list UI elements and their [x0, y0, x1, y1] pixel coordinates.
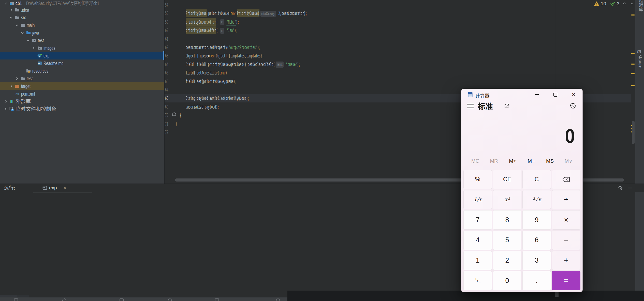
typo-count[interactable]: 3 — [617, 1, 620, 7]
chevron-right-icon[interactable] — [32, 46, 35, 50]
code-line-71[interactable]: } — [175, 119, 179, 128]
warning-stripe-mark[interactable] — [631, 64, 635, 65]
memory-button-MS[interactable]: MS — [540, 157, 559, 165]
tree-item-.idea[interactable]: .idea — [0, 6, 164, 14]
zero-button[interactable]: 0 — [493, 271, 521, 290]
chevron-right-icon[interactable] — [9, 84, 13, 88]
tree-item-root[interactable]: cb1 D:\WebSecurity\CTF\JAVA\反序列化学习\cb1 — [0, 0, 164, 7]
hide-panel-icon[interactable] — [628, 188, 632, 188]
multiply-button[interactable]: × — [552, 210, 580, 230]
warning-stripe-mark[interactable] — [631, 85, 635, 86]
sidebar-item-database[interactable]: 数据库 — [637, 0, 644, 12]
line-number[interactable]: 57 — [165, 1, 171, 9]
history-icon[interactable] — [569, 102, 576, 109]
code-line-60[interactable]: priorityQueue.offer( e: "1ea"); — [186, 26, 286, 35]
two-button[interactable]: 2 — [493, 251, 521, 270]
menu-icon[interactable] — [467, 103, 474, 108]
line-number[interactable]: 69 — [165, 102, 171, 111]
warning-stripe-mark[interactable] — [631, 14, 635, 16]
tree-item-test[interactable]: test — [0, 37, 164, 44]
line-number[interactable]: 60 — [165, 26, 171, 35]
taskbar-icon[interactable] — [14, 298, 18, 301]
negate-button[interactable]: +/− — [463, 271, 492, 290]
tree-item-java[interactable]: java — [0, 29, 164, 37]
line-number[interactable]: 71 — [165, 119, 171, 128]
tree-item-exp[interactable]: Cexp — [0, 52, 164, 59]
chevron-down-icon[interactable] — [4, 2, 7, 5]
warning-stripe-mark[interactable] — [631, 53, 635, 54]
taskbar-icon[interactable] — [215, 298, 219, 301]
chevron-down-icon[interactable] — [21, 31, 24, 35]
tree-item-src[interactable]: src — [0, 14, 164, 21]
tree-item-resources[interactable]: resources — [0, 67, 164, 75]
line-number[interactable]: 68 — [165, 94, 171, 102]
scrollbar-thumb[interactable] — [555, 292, 559, 297]
eight-button[interactable]: 8 — [493, 210, 521, 230]
prev-problem-icon[interactable] — [622, 2, 626, 6]
maximize-button[interactable] — [548, 89, 563, 100]
subtract-button[interactable]: − — [552, 231, 580, 250]
taskbar-icon[interactable] — [120, 298, 124, 301]
line-number[interactable]: 65 — [165, 68, 171, 77]
chevron-right-icon[interactable] — [15, 77, 19, 80]
add-button[interactable]: + — [552, 251, 580, 270]
line-number[interactable]: 63 — [165, 51, 171, 60]
code-line-66[interactable]: field1.set(priorityQueue,queue); — [186, 77, 284, 86]
seven-button[interactable]: 7 — [463, 210, 492, 230]
tree-item-Readme.md[interactable]: MDReadme.md — [0, 59, 164, 67]
sidebar-item-maven[interactable]: Maven — [637, 54, 642, 69]
tab-exp[interactable]: exp × — [33, 184, 92, 192]
line-number[interactable]: 58 — [165, 9, 171, 18]
taskbar-icon[interactable] — [276, 298, 280, 301]
code-line-58[interactable]: PriorityQueue priorityQueue=new Priority… — [186, 9, 419, 18]
divide-button[interactable]: ÷ — [552, 190, 580, 209]
warning-stripe-mark[interactable] — [631, 73, 635, 74]
decimal-button[interactable]: . — [522, 271, 551, 290]
line-number[interactable]: 64 — [165, 60, 171, 69]
six-button[interactable]: 6 — [522, 231, 551, 250]
warning-icon[interactable] — [594, 1, 599, 6]
taskbar-icon[interactable] — [168, 298, 172, 301]
percent-button[interactable]: % — [463, 170, 492, 189]
square-root-button[interactable]: ²√x — [522, 190, 551, 209]
typo-icon[interactable] — [610, 1, 616, 7]
five-button[interactable]: 5 — [493, 231, 521, 250]
memory-button-M[interactable]: M+ — [503, 157, 522, 165]
editor-vertical-scrollbar[interactable] — [632, 121, 635, 144]
close-button[interactable]: × — [566, 89, 581, 100]
tree-item-pom.xml[interactable]: mpom.xml — [0, 90, 164, 98]
tree-item-main[interactable]: main — [0, 21, 164, 29]
method-end-icon[interactable] — [172, 112, 176, 116]
calculator-mode[interactable]: 标准 — [478, 100, 493, 111]
minimize-button[interactable] — [530, 89, 544, 100]
code-line-69[interactable]: unserialize(payload); — [186, 102, 250, 111]
square-button[interactable]: x² — [493, 190, 521, 209]
code-line-64[interactable]: Field field1=priorityQueue.getClass().ge… — [186, 60, 406, 69]
line-number[interactable]: 72 — [165, 128, 171, 137]
memory-button-M[interactable]: M− — [522, 157, 540, 165]
three-button[interactable]: 3 — [522, 251, 551, 270]
chevron-down-icon[interactable] — [9, 16, 13, 19]
code-line-65[interactable]: field1.setAccessible(true); — [186, 68, 268, 77]
warning-count[interactable]: 10 — [601, 1, 606, 7]
tree-item-临时文件和控制台[interactable]: 临时文件和控制台 — [0, 105, 164, 113]
code-line-62[interactable]: beanComparator.setProperty("outputProper… — [186, 43, 330, 52]
line-number[interactable]: 66 — [165, 77, 171, 86]
tree-item-images[interactable]: images — [0, 44, 164, 52]
keep-on-top-icon[interactable] — [504, 103, 510, 109]
one-button[interactable]: 1 — [463, 251, 492, 270]
gear-icon[interactable] — [618, 185, 623, 191]
chevron-right-icon[interactable] — [9, 8, 13, 12]
tree-item-test[interactable]: test — [0, 75, 164, 82]
code-line-59[interactable]: priorityQueue.offer( e: "Nebu"); — [186, 18, 289, 26]
code-line-70[interactable]: } — [180, 111, 183, 119]
taskbar-icon[interactable] — [62, 298, 66, 301]
tree-item-外部库[interactable]: 外部库 — [0, 98, 164, 105]
clear-entry-button[interactable]: CE — [493, 170, 521, 189]
chevron-down-icon[interactable] — [26, 39, 30, 42]
line-number[interactable]: 62 — [165, 43, 171, 52]
tab-close-icon[interactable]: × — [63, 184, 66, 192]
line-number[interactable]: 67 — [165, 85, 171, 94]
code-line-63[interactable]: Object[] queue=new Object[]{templates,te… — [186, 51, 336, 60]
code-line-68[interactable]: String payload=serialize(priorityQueue); — [186, 94, 308, 102]
